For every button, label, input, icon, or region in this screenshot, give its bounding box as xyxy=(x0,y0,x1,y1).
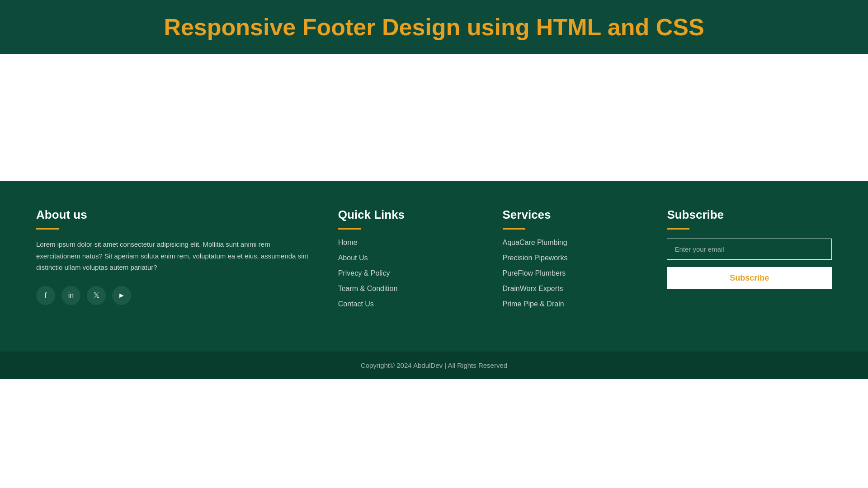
quick-links-list: Home About Us Privecy & Policy Tearm & C… xyxy=(338,239,476,308)
service-pureflow: PureFlow Plumbers xyxy=(503,269,640,277)
quick-link-contact-anchor[interactable]: Contact Us xyxy=(338,300,374,308)
title-highlight: Footer Design xyxy=(302,14,461,40)
service-precision: Precision Pipeworks xyxy=(503,254,640,262)
facebook-icon[interactable]: f xyxy=(36,286,55,305)
footer-about-section: About us Lorem ipsum dolor sit amet cons… xyxy=(36,208,311,315)
footer-subscribe-heading: Subscribe xyxy=(667,208,832,222)
linkedin-icon[interactable]: in xyxy=(61,286,80,305)
main-content-area xyxy=(0,54,868,181)
services-list: AquaCare Plumbing Precision Pipeworks Pu… xyxy=(503,239,640,308)
footer-copyright: Copyright© 2024 AbdulDev | All Rights Re… xyxy=(0,352,868,379)
service-precision-anchor[interactable]: Precision Pipeworks xyxy=(503,254,568,262)
quick-link-contact: Contact Us xyxy=(338,300,476,308)
quick-link-privacy: Privecy & Policy xyxy=(338,269,476,277)
service-primepipe-anchor[interactable]: Prime Pipe & Drain xyxy=(503,300,564,308)
page-title: Responsive Footer Design using HTML and … xyxy=(164,14,704,41)
footer-quicklinks-section: Quick Links Home About Us Privecy & Poli… xyxy=(338,208,476,315)
title-part1: Responsive xyxy=(164,14,302,40)
email-input[interactable] xyxy=(667,239,832,260)
twitter-icon[interactable]: 𝕏 xyxy=(87,286,106,305)
footer-quicklinks-heading: Quick Links xyxy=(338,208,476,222)
quick-link-home-anchor[interactable]: Home xyxy=(338,239,358,246)
service-pureflow-anchor[interactable]: PureFlow Plumbers xyxy=(503,269,566,277)
quick-link-home: Home xyxy=(338,239,476,247)
footer-services-underline xyxy=(503,228,525,230)
footer-subscribe-underline xyxy=(667,228,689,230)
footer-quicklinks-underline xyxy=(338,228,361,230)
footer-grid: About us Lorem ipsum dolor sit amet cons… xyxy=(36,208,832,315)
quick-link-terms: Tearm & Condition xyxy=(338,285,476,293)
footer-subscribe-section: Subscribe Subscribe xyxy=(667,208,832,315)
page-header: Responsive Footer Design using HTML and … xyxy=(0,0,868,54)
quick-link-about: About Us xyxy=(338,254,476,262)
service-aquacare-anchor[interactable]: AquaCare Plumbing xyxy=(503,239,567,246)
quick-link-privacy-anchor[interactable]: Privecy & Policy xyxy=(338,269,390,277)
subscribe-button[interactable]: Subscribe xyxy=(667,267,832,289)
quick-link-terms-anchor[interactable]: Tearm & Condition xyxy=(338,285,398,292)
service-drainworx: DrainWorx Experts xyxy=(503,285,640,293)
copyright-text: Copyright© 2024 AbdulDev | All Rights Re… xyxy=(361,361,507,369)
service-aquacare: AquaCare Plumbing xyxy=(503,239,640,247)
footer-about-heading: About us xyxy=(36,208,311,222)
youtube-icon[interactable]: ► xyxy=(112,286,131,305)
footer-services-heading: Services xyxy=(503,208,640,222)
service-primepipe: Prime Pipe & Drain xyxy=(503,300,640,308)
footer-about-text: Lorem ipsum dolor sit amet consectetur a… xyxy=(36,239,311,273)
quick-link-about-anchor[interactable]: About Us xyxy=(338,254,368,262)
service-drainworx-anchor[interactable]: DrainWorx Experts xyxy=(503,285,563,292)
footer-services-section: Services AquaCare Plumbing Precision Pip… xyxy=(503,208,640,315)
footer-about-underline xyxy=(36,228,59,230)
social-icons-container: f in 𝕏 ► xyxy=(36,286,311,305)
footer: About us Lorem ipsum dolor sit amet cons… xyxy=(0,181,868,352)
title-part2: using HTML and CSS xyxy=(460,14,704,40)
